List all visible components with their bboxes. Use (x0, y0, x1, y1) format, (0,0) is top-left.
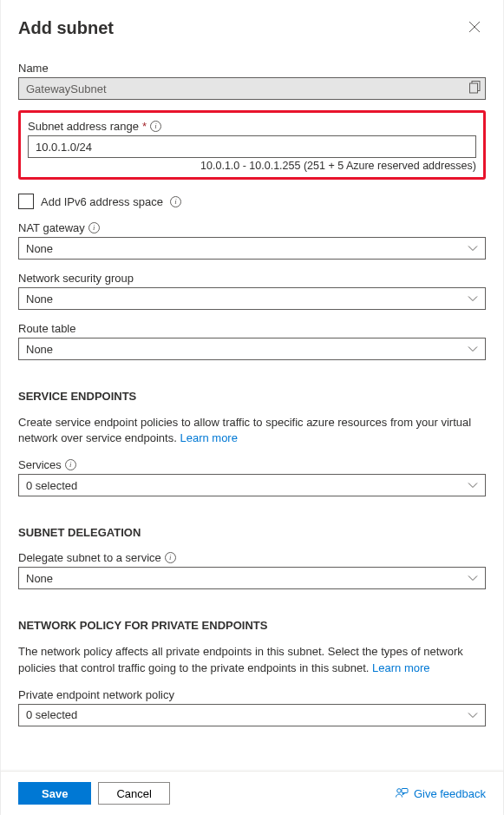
subnet-range-label: Subnet address range (28, 120, 139, 133)
name-label: Name (18, 62, 49, 75)
nat-gateway-select[interactable]: None (18, 237, 486, 260)
subnet-range-highlight: Subnet address range * i 10.0.1.0 - 10.0… (18, 110, 486, 180)
panel-scroll-area[interactable]: Name Subnet address range * i 10.0.1.0 -… (1, 49, 503, 771)
network-policy-desc: The network policy affects all private e… (18, 644, 486, 675)
ipv6-label: Add IPv6 address space (41, 195, 163, 208)
nsg-value: None (26, 292, 53, 306)
chevron-down-icon (468, 480, 478, 490)
name-input (18, 77, 486, 100)
required-indicator: * (142, 120, 147, 133)
chevron-down-icon (468, 344, 478, 354)
services-label: Services (18, 458, 62, 471)
section-network-policy: NETWORK POLICY FOR PRIVATE ENDPOINTS (18, 619, 486, 632)
info-icon[interactable]: i (165, 552, 176, 563)
route-table-value: None (26, 343, 53, 356)
ipv6-checkbox[interactable] (18, 194, 34, 209)
info-icon[interactable]: i (65, 459, 76, 470)
service-endpoints-learn-more[interactable]: Learn more (180, 431, 237, 444)
services-select[interactable]: 0 selected (18, 474, 486, 496)
info-icon[interactable]: i (170, 196, 181, 207)
chevron-down-icon (468, 710, 478, 720)
close-icon (468, 21, 481, 33)
subnet-range-hint: 10.0.1.0 - 10.0.1.255 (251 + 5 Azure res… (28, 160, 476, 172)
private-endpoint-label: Private endpoint network policy (18, 688, 174, 701)
chevron-down-icon (468, 243, 478, 253)
private-endpoint-select[interactable]: 0 selected (18, 704, 486, 726)
cancel-button[interactable]: Cancel (98, 782, 169, 805)
route-table-label: Route table (18, 322, 76, 335)
service-endpoints-desc: Create service endpoint policies to allo… (18, 415, 486, 446)
svg-rect-1 (470, 83, 478, 93)
save-button[interactable]: Save (18, 782, 91, 805)
svg-point-2 (397, 789, 402, 793)
feedback-icon (395, 786, 409, 800)
services-value: 0 selected (26, 479, 77, 492)
section-service-endpoints: SERVICE ENDPOINTS (18, 390, 486, 403)
nat-gateway-value: None (26, 242, 53, 255)
chevron-down-icon (468, 573, 478, 583)
info-icon[interactable]: i (150, 121, 161, 132)
delegate-label: Delegate subnet to a service (18, 551, 161, 564)
subnet-range-input[interactable] (28, 135, 476, 158)
nsg-select[interactable]: None (18, 287, 486, 310)
svg-rect-3 (402, 789, 408, 793)
copy-icon[interactable] (469, 81, 481, 96)
give-feedback-link[interactable]: Give feedback (395, 786, 486, 800)
info-icon[interactable]: i (88, 222, 100, 233)
route-table-select[interactable]: None (18, 338, 486, 360)
delegate-value: None (26, 572, 53, 585)
chevron-down-icon (468, 293, 478, 304)
nat-gateway-label: NAT gateway (18, 221, 85, 234)
delegate-select[interactable]: None (18, 567, 486, 589)
private-endpoint-value: 0 selected (26, 708, 77, 721)
section-subnet-delegation: SUBNET DELEGATION (18, 526, 486, 539)
close-button[interactable] (463, 16, 486, 41)
network-policy-learn-more[interactable]: Learn more (372, 661, 429, 674)
nsg-label: Network security group (18, 272, 134, 285)
panel-title: Add subnet (18, 18, 114, 38)
